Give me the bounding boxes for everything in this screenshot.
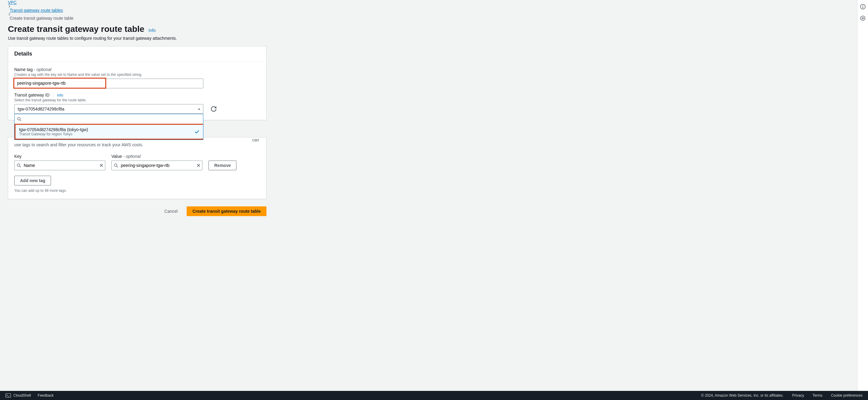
tgw-selected-value: tgw-07054d8274298cf8a (18, 106, 64, 112)
details-heading: Details (8, 47, 266, 62)
caret-up-icon (197, 107, 201, 111)
details-panel: Details Name tag - optional Creates a ta… (8, 46, 267, 120)
tag-key-input[interactable] (14, 160, 105, 170)
cloudshell-label: CloudShell (13, 393, 31, 398)
tags-panel: xxxxxxxxxxxxxxxxxxxxxxxxxxxxxxxxxxxxxxxx… (8, 137, 267, 199)
clear-icon[interactable] (99, 163, 103, 167)
breadcrumb-vpc[interactable]: VPC (8, 0, 17, 5)
breadcrumb-current: Create transit gateway route table (10, 16, 73, 21)
tag-key-label: Key (14, 154, 105, 159)
chevron-right-icon (8, 13, 267, 16)
svg-point-2 (115, 164, 117, 166)
tgw-id-label: Transit gateway ID (14, 93, 50, 97)
info-link[interactable]: Info (148, 28, 155, 33)
right-help-rail (857, 0, 868, 391)
svg-rect-7 (6, 393, 11, 397)
breadcrumb: VPC Transit gateway route tables Create … (8, 0, 267, 22)
tgw-id-select[interactable]: tgw-07054d8274298cf8a (14, 104, 203, 114)
add-new-tag-button[interactable]: Add new tag (14, 176, 51, 185)
search-icon (17, 163, 21, 167)
create-route-table-button[interactable]: Create transit gateway route table (187, 206, 267, 216)
cookie-preferences-link[interactable]: Cookie preferences (831, 393, 863, 398)
cloudshell-button[interactable]: CloudShell (5, 393, 31, 398)
check-icon (194, 129, 199, 134)
optional-label: - optional (33, 67, 51, 72)
search-icon (114, 163, 118, 167)
page-title: Create transit gateway route table Info (8, 22, 267, 36)
optional-label: - optional (122, 154, 141, 159)
svg-point-4 (862, 5, 863, 6)
info-link[interactable]: Info (57, 93, 63, 97)
svg-point-6 (862, 18, 863, 19)
tag-limit-text: You can add up to 49 more tags. (14, 188, 260, 193)
tag-value-label: Value (112, 154, 122, 159)
terms-link[interactable]: Terms (812, 393, 823, 398)
cloudshell-icon (5, 393, 11, 398)
tgw-dropdown-search[interactable] (23, 117, 200, 121)
chevron-right-icon (8, 5, 267, 8)
clear-icon[interactable] (196, 163, 200, 167)
name-tag-hint: Creates a tag with the key set to Name a… (14, 72, 260, 77)
info-icon[interactable] (858, 2, 868, 11)
copyright-text: © 2024, Amazon Web Services, Inc. or its… (701, 393, 784, 398)
remove-tag-button[interactable]: Remove (209, 160, 237, 170)
tag-value-input[interactable] (112, 160, 203, 170)
svg-rect-5 (863, 6, 863, 8)
breadcrumb-route-tables[interactable]: Transit gateway route tables (10, 8, 63, 13)
search-icon (17, 117, 21, 121)
refresh-button[interactable] (209, 104, 219, 114)
transit-gateway-id-field: Transit gateway ID Info Select the trans… (14, 93, 260, 114)
tgw-id-hint: Select the transit gateway for the route… (14, 98, 260, 102)
tgw-option-main: tgw-07054d8274298cf8a (tokyo-tgw) (19, 127, 88, 132)
page-description: Use transit gateway route tables to conf… (8, 36, 267, 46)
name-tag-label: Name tag (14, 67, 33, 72)
tgw-dropdown: tgw-07054d8274298cf8a (tokyo-tgw) Transi… (14, 114, 203, 140)
svg-point-1 (17, 164, 20, 166)
name-tag-field: Name tag - optional Creates a tag with t… (14, 67, 260, 88)
tgw-option-sub: Transit Gateway for region Tokyo (19, 132, 88, 136)
name-tag-input[interactable] (14, 79, 105, 88)
privacy-link[interactable]: Privacy (792, 393, 804, 398)
svg-point-0 (18, 117, 20, 120)
feedback-link[interactable]: Feedback (38, 393, 54, 398)
cancel-button[interactable]: Cancel (159, 206, 183, 216)
footer: CloudShell Feedback © 2024, Amazon Web S… (0, 391, 868, 400)
tgw-option[interactable]: tgw-07054d8274298cf8a (tokyo-tgw) Transi… (14, 124, 203, 140)
settings-hex-icon[interactable] (858, 13, 868, 23)
